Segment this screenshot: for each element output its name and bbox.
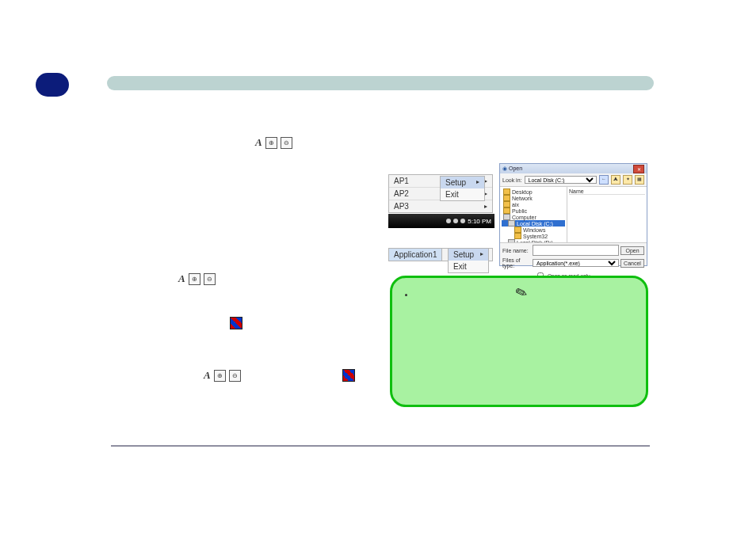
look-in-label: Look in: [502,177,522,183]
zoom-in-icon[interactable]: ⊕ [265,137,277,149]
folder-icon [503,207,510,214]
look-in-row: Look in: Local Disk (C:) ← ⮝ ✦ ▦ [500,173,647,186]
chevron-right-icon: ▸ [484,203,487,210]
submenu-item-exit[interactable]: Exit [441,188,484,200]
back-icon[interactable]: ← [599,175,609,185]
menu-item-label: AP3 [394,202,409,211]
folder-tree[interactable]: Desktop Network aix Public Computer Loca… [500,187,567,242]
document-page: A ⊕ ⊖ A ⊕ ⊖ A ⊕ ⊖ AP1▸ AP2▸ AP3▸ Setup▸ … [0,0,756,533]
pen-icon: ✎ [513,283,530,303]
app-glyph-icon: A [255,136,262,149]
tray-menu-item[interactable]: AP3▸ [389,200,492,212]
broken-image-icon [230,317,242,329]
tree-node[interactable]: Network [512,196,533,201]
filename-label: File name: [502,248,531,253]
folder-icon [514,233,521,239]
tree-node[interactable]: Local Disk (D:) [517,240,553,243]
submenu-item-exit[interactable]: Exit [449,261,488,272]
tree-node[interactable]: Desktop [512,189,533,195]
chevron-right-icon: ▸ [480,250,483,259]
tree-node[interactable]: Windows [523,227,545,233]
section-number-pill [36,73,69,97]
dialog-title: Open [509,166,522,171]
close-icon[interactable]: ✕ [633,165,644,173]
dialog-titlebar: ◉ Open ✕ [500,164,647,173]
submenu-item-setup[interactable]: Setup▸ [441,177,484,188]
views-icon[interactable]: ▦ [635,175,644,185]
icon-group-1: A ⊕ ⊖ [255,136,292,149]
tree-node[interactable]: Computer [512,215,536,220]
tray-icon[interactable] [446,219,451,223]
folder-icon [503,188,510,195]
tray-icon[interactable] [453,219,458,223]
footer-rule [111,445,650,447]
open-button[interactable]: Open [620,246,644,255]
tree-node[interactable]: System32 [523,234,548,239]
submenu-item-setup[interactable]: Setup▸ [449,249,488,261]
clock: 5:10 PM [468,218,491,225]
icon-group-2: A ⊕ ⊖ [178,272,216,285]
zoom-out-icon[interactable]: ⊖ [204,273,216,285]
submenu-label: Exit [445,190,459,199]
tray-icon[interactable] [460,219,465,223]
filename-input[interactable] [533,245,619,256]
up-folder-icon[interactable]: ⮝ [611,175,620,185]
look-in-select[interactable]: Local Disk (C:) [525,176,597,184]
menu-item-label: AP2 [394,189,409,198]
file-list[interactable]: Name [567,187,647,242]
tray-submenu: Setup▸ Exit [440,176,485,201]
zoom-in-icon[interactable]: ⊕ [189,273,200,285]
drive-icon [508,220,515,227]
folder-icon [503,195,510,201]
zoom-in-icon[interactable]: ⊕ [214,370,226,382]
filetype-label: Files of type: [502,257,531,268]
column-header: Name [569,188,645,195]
bullet-icon [405,294,407,296]
submenu-label: Exit [453,262,467,271]
menu-item-label: AP1 [394,177,409,185]
windows-taskbar: 5:10 PM [388,214,494,228]
computer-icon [503,214,510,220]
zoom-out-icon[interactable]: ⊖ [281,137,292,149]
submenu-label: Setup [445,178,466,187]
new-folder-icon[interactable]: ✦ [623,175,632,185]
tree-node[interactable]: Local Disk (C:) [517,221,553,227]
app-glyph-icon: A [204,369,211,382]
submenu-label: Setup [453,250,474,259]
note-callout: ✎ [390,276,648,407]
open-file-dialog: ◉ Open ✕ Look in: Local Disk (C:) ← ⮝ ✦ … [499,163,647,266]
filetype-select[interactable]: Application(*.exe) [533,259,619,267]
tree-node[interactable]: Public [512,208,527,214]
chevron-right-icon: ▸ [476,178,479,187]
broken-image-icon [342,369,355,382]
icon-group-3: A ⊕ ⊖ [204,369,241,382]
app-glyph-icon: A [178,272,185,285]
folder-icon [503,201,510,207]
section-title-bar [107,76,654,90]
folder-icon [514,227,521,233]
zoom-out-icon[interactable]: ⊖ [229,370,241,382]
tree-node[interactable]: aix [512,202,519,207]
drive-icon [508,239,515,242]
app-menu-label: Application1 [389,249,442,261]
cancel-button[interactable]: Cancel [620,259,644,268]
app-submenu: Setup▸ Exit [448,248,489,273]
